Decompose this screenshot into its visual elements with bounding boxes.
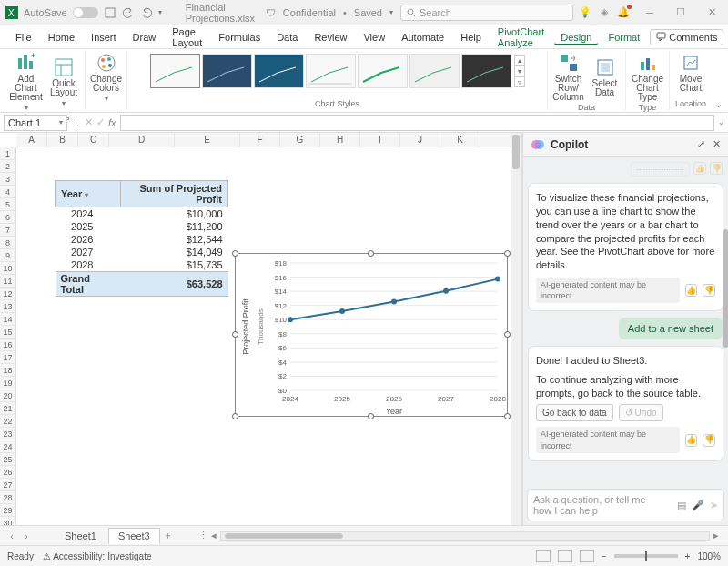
menu-view[interactable]: View bbox=[357, 29, 391, 45]
zoom-level[interactable]: 100% bbox=[697, 551, 721, 561]
copilot-expand-icon[interactable]: ⤢ bbox=[697, 138, 705, 150]
chart-style-5[interactable] bbox=[358, 54, 408, 88]
pivot-row[interactable]: 2024$10,000 bbox=[56, 207, 228, 221]
menu-review[interactable]: Review bbox=[308, 29, 353, 45]
close-button[interactable]: ✕ bbox=[701, 4, 723, 22]
move-chart-button[interactable]: Move Chart bbox=[673, 53, 708, 93]
new-sheet-button[interactable]: ＋ bbox=[162, 530, 175, 542]
horizontal-scrollbar[interactable]: ⋮ ◂ ▸ bbox=[195, 530, 723, 541]
like-button[interactable]: 👍 bbox=[685, 284, 698, 297]
comments-button[interactable]: Comments bbox=[650, 29, 723, 45]
copilot-scrollbar[interactable] bbox=[723, 229, 728, 348]
page-layout-view-button[interactable] bbox=[558, 550, 572, 562]
quick-layout-button[interactable]: Quick Layout▾ bbox=[46, 57, 81, 107]
switch-row-column-button[interactable]: Switch Row/ Column bbox=[551, 53, 586, 102]
chart-style-7[interactable] bbox=[461, 54, 511, 88]
worksheet[interactable]: ABCDEFGHIJK 1234567891011121314151617181… bbox=[0, 133, 522, 525]
excel-icon: X bbox=[5, 6, 18, 19]
menu-page-layout[interactable]: Page Layout bbox=[166, 24, 208, 51]
copilot-message-2: Done! I added to Sheet3. To continue ana… bbox=[529, 347, 723, 460]
send-icon[interactable]: ➤ bbox=[710, 500, 718, 511]
pivot-grand-total-row[interactable]: Grand Total $63,528 bbox=[56, 272, 228, 297]
change-chart-type-button[interactable]: Change Chart Type bbox=[630, 53, 665, 102]
mic-icon[interactable]: 🎤 bbox=[692, 500, 704, 511]
notification-icon[interactable]: 🔔 bbox=[617, 6, 630, 18]
search-box[interactable]: Search bbox=[400, 5, 573, 21]
change-colors-button[interactable]: Change Colors▾ bbox=[89, 53, 124, 103]
chart-styles-gallery[interactable]: ▴ ▾ ▿ bbox=[149, 53, 525, 89]
menu-home[interactable]: Home bbox=[42, 29, 81, 45]
copilot-input[interactable]: Ask a question, or tell me how I can hel… bbox=[527, 489, 724, 521]
svg-point-55 bbox=[391, 298, 397, 304]
sheet-tab-sheet1[interactable]: Sheet1 bbox=[55, 528, 106, 543]
menu-insert[interactable]: Insert bbox=[85, 29, 123, 45]
autosave-toggle[interactable] bbox=[73, 7, 98, 18]
dislike-button[interactable]: 👎 bbox=[703, 284, 715, 297]
save-icon[interactable] bbox=[104, 6, 116, 19]
chart-style-3[interactable] bbox=[254, 54, 304, 88]
enter-icon[interactable]: ✓ bbox=[96, 116, 105, 128]
menu-automate[interactable]: Automate bbox=[395, 29, 450, 45]
name-box[interactable]: Chart 1▾ bbox=[4, 115, 67, 131]
normal-view-button[interactable] bbox=[536, 550, 551, 562]
copilot-close-icon[interactable]: ✕ bbox=[713, 138, 721, 150]
formula-bar-expand[interactable]: ⌄ bbox=[718, 118, 724, 126]
pivot-header-value[interactable]: Sum of Projected Profit bbox=[121, 181, 228, 207]
go-back-to-data-button[interactable]: Go back to data bbox=[536, 404, 613, 422]
diamond-icon[interactable]: ◈ bbox=[601, 6, 608, 18]
menu-draw[interactable]: Draw bbox=[126, 29, 163, 45]
add-chart-element-button[interactable]: + Add Chart Element▾ bbox=[7, 53, 45, 112]
menu-formulas[interactable]: Formulas bbox=[212, 29, 267, 45]
tab-next[interactable]: › bbox=[20, 530, 33, 542]
accessibility-status[interactable]: ⚠ Accessibility: Investigate bbox=[43, 551, 152, 561]
page-break-view-button[interactable] bbox=[580, 550, 594, 562]
menu-data[interactable]: Data bbox=[270, 29, 304, 45]
undo-icon[interactable] bbox=[122, 6, 135, 19]
dislike-button[interactable]: 👎 bbox=[703, 434, 715, 447]
chart-style-6[interactable] bbox=[410, 54, 460, 88]
tab-prev[interactable]: ‹ bbox=[5, 530, 18, 542]
zoom-slider[interactable] bbox=[614, 554, 678, 558]
undo-button[interactable]: ↺ Undo bbox=[619, 404, 663, 422]
fx-icon[interactable]: fx bbox=[108, 117, 116, 128]
pivot-header-year[interactable]: Year ▾ bbox=[56, 181, 121, 207]
chart-style-1[interactable] bbox=[150, 54, 200, 88]
vertical-scrollbar[interactable] bbox=[511, 133, 521, 525]
menu-help[interactable]: Help bbox=[454, 29, 488, 45]
menu-file[interactable]: File bbox=[9, 29, 38, 45]
maximize-button[interactable]: ☐ bbox=[670, 4, 692, 22]
pivot-row[interactable]: 2027$14,049 bbox=[56, 246, 228, 258]
styles-scroll-up[interactable]: ▴ bbox=[514, 55, 525, 66]
pivot-row[interactable]: 2025$11,200 bbox=[56, 220, 228, 233]
namebox-more[interactable]: ⋮ bbox=[71, 116, 81, 128]
chart-style-4[interactable] bbox=[306, 54, 356, 88]
column-headers[interactable]: ABCDEFGHIJK bbox=[16, 133, 521, 147]
menu-format[interactable]: Format bbox=[602, 29, 646, 45]
chart-style-2[interactable] bbox=[202, 54, 252, 88]
menu-design[interactable]: Design bbox=[554, 29, 598, 45]
pivot-row[interactable]: 2028$15,735 bbox=[56, 258, 228, 272]
row-headers[interactable]: 1234567891011121314151617181920212223242… bbox=[0, 147, 16, 525]
minimize-button[interactable]: ─ bbox=[639, 4, 661, 22]
qatoolbar-dropdown[interactable]: ▾ bbox=[158, 8, 162, 16]
like-button[interactable]: 👍 bbox=[685, 434, 698, 447]
attach-icon[interactable]: ▤ bbox=[677, 500, 686, 511]
select-data-button[interactable]: Select Data bbox=[588, 57, 622, 97]
dislike-button[interactable]: 👎 bbox=[710, 162, 723, 175]
pivot-chart[interactable]: $0$2$4$6$8$10$12$14$16$18202420252026202… bbox=[235, 253, 508, 417]
styles-scroll-down[interactable]: ▾ bbox=[514, 66, 525, 76]
like-button[interactable]: 👍 bbox=[693, 162, 706, 175]
menu-pivotchart-analyze[interactable]: PivotChart Analyze bbox=[491, 24, 551, 51]
ribbon: + Add Chart Element▾ Quick Layout▾ Chart… bbox=[0, 49, 728, 113]
zoom-in[interactable]: + bbox=[685, 551, 691, 561]
zoom-out[interactable]: − bbox=[602, 551, 607, 561]
styles-expand[interactable]: ▿ bbox=[514, 76, 525, 87]
ribbon-collapse[interactable]: ⌄ bbox=[712, 51, 724, 110]
lightbulb-icon[interactable]: 💡 bbox=[579, 6, 592, 18]
cancel-icon[interactable]: ✕ bbox=[85, 116, 93, 128]
formula-bar[interactable] bbox=[120, 115, 714, 131]
pivot-table[interactable]: Year ▾ Sum of Projected Profit 2024$10,0… bbox=[55, 180, 228, 297]
pivot-row[interactable]: 2026$12,544 bbox=[56, 233, 228, 246]
redo-icon[interactable] bbox=[140, 6, 153, 19]
sheet-tab-sheet3[interactable]: Sheet3 bbox=[108, 528, 160, 544]
